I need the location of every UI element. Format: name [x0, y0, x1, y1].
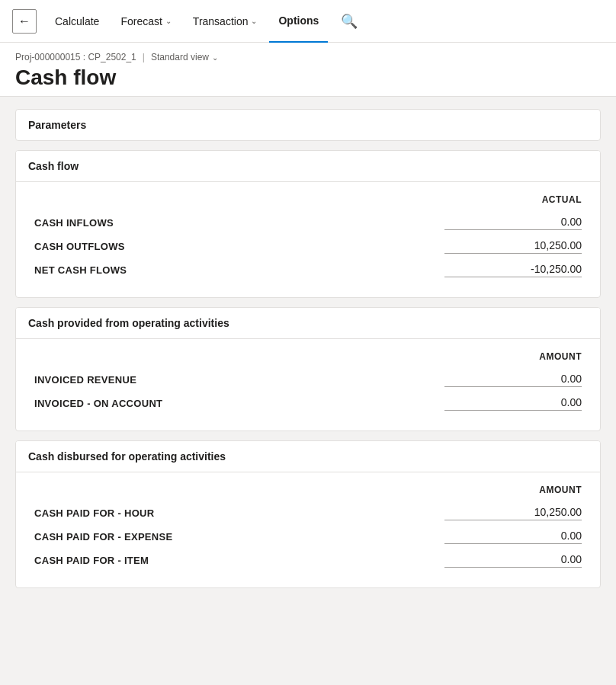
back-button[interactable]: ← — [12, 9, 37, 34]
view-chevron-icon: ⌄ — [212, 53, 218, 62]
cash-flow-section: Cash flow ACTUAL CASH INFLOWS 0.00 CASH … — [15, 150, 601, 298]
nav-calculate-label: Calculate — [55, 15, 99, 27]
transaction-chevron-icon: ⌄ — [251, 17, 257, 25]
table-row: CASH OUTFLOWS 10,250.00 — [34, 235, 582, 258]
net-cash-flows-value: -10,250.00 — [444, 263, 582, 277]
cash-paid-item-label: CASH PAID FOR - ITEM — [34, 555, 149, 566]
nav-transaction-label: Transaction — [193, 15, 249, 27]
operating-disbursed-col-amount: AMOUNT — [444, 485, 582, 495]
parameters-header: Parameters — [16, 110, 600, 140]
invoiced-revenue-label: INVOICED REVENUE — [34, 374, 136, 386]
cash-outflows-label: CASH OUTFLOWS — [34, 241, 125, 252]
parameters-section: Parameters — [15, 109, 601, 141]
nav-forecast-label: Forecast — [120, 15, 162, 27]
operating-provided-title: Cash provided from operating activities — [28, 317, 229, 329]
cash-flow-table: ACTUAL CASH INFLOWS 0.00 CASH OUTFLOWS 1… — [34, 194, 582, 282]
top-navigation: ← Calculate Forecast ⌄ Transaction ⌄ Opt… — [0, 0, 616, 43]
operating-disbursed-header: Cash disbursed for operating activities — [16, 441, 600, 472]
cash-paid-item-value: 0.00 — [444, 553, 582, 568]
operating-provided-body: AMOUNT INVOICED REVENUE 0.00 INVOICED - … — [16, 339, 600, 431]
cash-paid-hour-value: 10,250.00 — [444, 506, 582, 520]
operating-provided-col-amount: AMOUNT — [444, 351, 582, 362]
cash-outflows-value: 10,250.00 — [444, 239, 582, 254]
table-row: CASH PAID FOR - ITEM 0.00 — [34, 549, 582, 572]
parameters-title: Parameters — [28, 119, 86, 131]
breadcrumb-separator: | — [143, 52, 145, 62]
cash-paid-expense-label: CASH PAID FOR - EXPENSE — [34, 531, 172, 543]
view-label: Standard view — [151, 52, 209, 62]
operating-disbursed-title: Cash disbursed for operating activities — [28, 450, 226, 463]
nav-options-label: Options — [278, 14, 319, 27]
nav-item-forecast[interactable]: Forecast ⌄ — [111, 0, 180, 43]
search-icon: 🔍 — [341, 13, 358, 30]
breadcrumb-project: Proj-000000015 : CP_2502_1 — [15, 52, 136, 62]
cash-inflows-label: CASH INFLOWS — [34, 217, 114, 229]
operating-disbursed-body: AMOUNT CASH PAID FOR - HOUR 10,250.00 CA… — [16, 472, 600, 587]
invoiced-on-account-label: INVOICED - ON ACCOUNT — [34, 398, 162, 409]
table-row: INVOICED - ON ACCOUNT 0.00 — [34, 392, 582, 415]
view-selector[interactable]: Standard view ⌄ — [151, 52, 218, 62]
forecast-chevron-icon: ⌄ — [165, 17, 172, 25]
operating-provided-header: Cash provided from operating activities — [16, 308, 600, 339]
table-row: CASH PAID FOR - EXPENSE 0.00 — [34, 525, 582, 549]
cash-paid-hour-label: CASH PAID FOR - HOUR — [34, 507, 154, 519]
search-button[interactable]: 🔍 — [337, 9, 361, 34]
cash-flow-title: Cash flow — [28, 160, 79, 172]
table-row: CASH PAID FOR - HOUR 10,250.00 — [34, 501, 582, 525]
cash-flow-body: ACTUAL CASH INFLOWS 0.00 CASH OUTFLOWS 1… — [16, 182, 600, 297]
table-row: INVOICED REVENUE 0.00 — [34, 368, 582, 392]
back-icon: ← — [18, 14, 30, 28]
cash-inflows-value: 0.00 — [444, 216, 582, 230]
breadcrumb: Proj-000000015 : CP_2502_1 | Standard vi… — [15, 52, 601, 62]
nav-item-transaction[interactable]: Transaction ⌄ — [184, 0, 267, 43]
operating-disbursed-col-headers: AMOUNT — [34, 485, 582, 501]
cash-paid-expense-value: 0.00 — [444, 530, 582, 544]
cash-flow-header: Cash flow — [16, 151, 600, 182]
operating-provided-section: Cash provided from operating activities … — [15, 307, 601, 431]
cash-flow-col-actual: ACTUAL — [444, 194, 582, 205]
operating-provided-table: AMOUNT INVOICED REVENUE 0.00 INVOICED - … — [34, 351, 582, 415]
main-content: Parameters Cash flow ACTUAL CASH INFLOWS… — [0, 97, 616, 600]
operating-provided-col-headers: AMOUNT — [34, 351, 582, 368]
table-row: NET CASH FLOWS -10,250.00 — [34, 258, 582, 282]
nav-item-calculate[interactable]: Calculate — [46, 0, 108, 43]
invoiced-revenue-value: 0.00 — [444, 373, 582, 387]
nav-item-options[interactable]: Options — [269, 0, 328, 43]
page-header: Proj-000000015 : CP_2502_1 | Standard vi… — [0, 43, 616, 97]
page-title: Cash flow — [15, 66, 601, 90]
invoiced-on-account-value: 0.00 — [444, 396, 582, 411]
cash-flow-column-headers: ACTUAL — [34, 194, 582, 211]
net-cash-flows-label: NET CASH FLOWS — [34, 264, 127, 276]
operating-disbursed-table: AMOUNT CASH PAID FOR - HOUR 10,250.00 CA… — [34, 485, 582, 572]
table-row: CASH INFLOWS 0.00 — [34, 211, 582, 235]
operating-disbursed-section: Cash disbursed for operating activities … — [15, 440, 601, 588]
